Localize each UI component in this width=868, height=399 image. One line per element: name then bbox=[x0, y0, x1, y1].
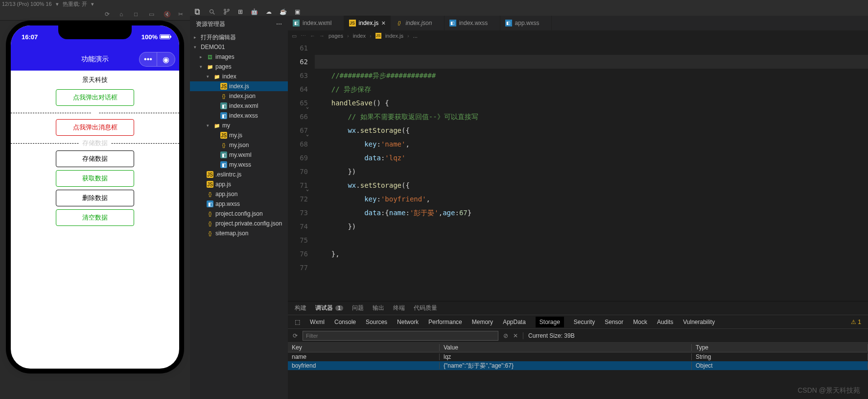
col-value[interactable]: Value bbox=[440, 344, 692, 351]
tab-index-wxss[interactable]: ◧index.wxss× bbox=[445, 16, 500, 30]
mute-icon[interactable]: 🔇 bbox=[164, 11, 170, 18]
folder-pages[interactable]: ▾📁pages bbox=[190, 62, 288, 72]
breadcrumb-item[interactable]: index.js bbox=[385, 33, 403, 39]
file-project-config[interactable]: {}project.config.json bbox=[190, 209, 288, 219]
file-index-js[interactable]: JSindex.js bbox=[190, 81, 288, 91]
tab-console[interactable]: Console bbox=[334, 319, 356, 325]
clear-button[interactable]: 清空数据 bbox=[56, 209, 134, 226]
tab-memory[interactable]: Memory bbox=[472, 319, 493, 325]
battery-percent: 100% bbox=[141, 33, 158, 41]
store-button[interactable]: 存储数据 bbox=[56, 150, 134, 167]
bot-icon[interactable]: 🤖 bbox=[251, 8, 258, 15]
tab-performance[interactable]: Performance bbox=[428, 319, 462, 325]
warning-badge[interactable]: ⚠ 1 bbox=[851, 319, 861, 325]
breadcrumb-item[interactable]: pages bbox=[328, 33, 343, 39]
svg-point-5 bbox=[224, 13, 226, 15]
inspect-icon[interactable]: ⬚ bbox=[295, 319, 300, 325]
tab-sources[interactable]: Sources bbox=[366, 319, 387, 325]
file-my-wxss[interactable]: ◧my.wxss bbox=[190, 160, 288, 170]
device-icon[interactable]: ▭ bbox=[149, 11, 156, 18]
device-selector[interactable]: 12/13 (Pro) 100% 16 bbox=[2, 1, 52, 7]
col-key[interactable]: Key bbox=[288, 344, 440, 351]
refresh-icon[interactable]: ⟳ bbox=[293, 332, 298, 339]
dialog-button[interactable]: 点我弹出对话框 bbox=[56, 89, 134, 106]
tab-build[interactable]: 构建 bbox=[295, 304, 306, 312]
tab-problems[interactable]: 问题 bbox=[352, 304, 364, 312]
tab-index-wxml[interactable]: ◧index.wxml× bbox=[288, 16, 344, 30]
files-icon[interactable] bbox=[194, 8, 201, 15]
target-icon[interactable]: ◉ bbox=[157, 52, 175, 66]
back-icon[interactable]: □ bbox=[134, 11, 141, 18]
file-app-js[interactable]: JSapp.js bbox=[190, 179, 288, 189]
tab-sensor[interactable]: Sensor bbox=[605, 319, 623, 325]
tab-storage[interactable]: Storage bbox=[536, 317, 564, 327]
tab-security[interactable]: Security bbox=[574, 319, 595, 325]
cup-icon[interactable]: ☕ bbox=[280, 8, 287, 15]
forward-icon[interactable]: → bbox=[319, 33, 325, 39]
block-icon[interactable]: ⊘ bbox=[503, 332, 508, 339]
breadcrumb-item[interactable]: index bbox=[353, 33, 366, 39]
file-my-js[interactable]: JSmy.js bbox=[190, 130, 288, 140]
back-icon[interactable]: ← bbox=[310, 33, 315, 39]
simulator-panel: ⟳ ⌂ □ ▭ 🔇 ✂ 16:07 100% 功能演示 • bbox=[0, 8, 190, 399]
close-icon[interactable]: ✕ bbox=[513, 332, 518, 339]
cloud-icon[interactable]: ☁ bbox=[266, 8, 272, 15]
refresh-icon[interactable]: ⟳ bbox=[105, 11, 112, 18]
filter-input[interactable] bbox=[303, 331, 498, 341]
message-button[interactable]: 点我弹出消息框 bbox=[56, 119, 134, 136]
cut-icon[interactable]: ✂ bbox=[178, 11, 185, 18]
tab-quality[interactable]: 代码质量 bbox=[414, 304, 437, 312]
tab-network[interactable]: Network bbox=[397, 319, 419, 325]
col-type[interactable]: Type bbox=[692, 344, 868, 351]
search-icon[interactable] bbox=[209, 8, 215, 15]
tab-app-wxss[interactable]: ◧app.wxss× bbox=[500, 16, 552, 30]
tab-index-js[interactable]: JSindex.js× bbox=[344, 16, 391, 30]
file-project-private[interactable]: {}project.private.config.json bbox=[190, 219, 288, 228]
file-index-wxss[interactable]: ◧index.wxss bbox=[190, 111, 288, 121]
folder-index[interactable]: ▾📁index bbox=[190, 72, 288, 81]
file-app-wxss[interactable]: ◧app.wxss bbox=[190, 199, 288, 209]
file-my-json[interactable]: {}my.json bbox=[190, 140, 288, 150]
file-eslintrc[interactable]: JS.eslintrc.js bbox=[190, 170, 288, 179]
breadcrumb-item[interactable]: ... bbox=[413, 33, 418, 39]
bottom-tabs-primary: 构建 调试器 1 问题 输出 终端 代码质量 bbox=[288, 301, 868, 315]
branch-icon[interactable] bbox=[223, 8, 230, 15]
tab-output[interactable]: 输出 bbox=[373, 304, 384, 312]
file-app-json[interactable]: {}app.json bbox=[190, 189, 288, 199]
open-editors[interactable]: ▸打开的编辑器 bbox=[190, 32, 288, 42]
file-sitemap[interactable]: {}sitemap.json bbox=[190, 228, 288, 238]
file-index-wxml[interactable]: ◧index.wxml bbox=[190, 101, 288, 111]
panel-icon[interactable]: ▭ bbox=[292, 33, 297, 39]
tab-terminal[interactable]: 终端 bbox=[393, 304, 405, 312]
delete-button[interactable]: 删除数据 bbox=[56, 190, 134, 206]
tab-appdata[interactable]: AppData bbox=[503, 319, 526, 325]
hot-reload-toggle[interactable]: 热重载: 开 bbox=[63, 0, 87, 8]
file-my-wxml[interactable]: ◧my.wxml bbox=[190, 150, 288, 160]
table-row[interactable]: namelqzString bbox=[288, 352, 868, 361]
ext-icon[interactable]: ⊞ bbox=[238, 8, 243, 15]
more-icon[interactable]: ••• bbox=[140, 52, 157, 66]
chevron-down-icon[interactable]: ▾ bbox=[56, 1, 59, 7]
capsule[interactable]: ••• ◉ bbox=[139, 52, 175, 67]
file-index-json[interactable]: {}index.json bbox=[190, 91, 288, 101]
tab-audits[interactable]: Audits bbox=[657, 319, 673, 325]
tab-wxml[interactable]: Wxml bbox=[310, 319, 325, 325]
folder-my[interactable]: ▾📁my bbox=[190, 121, 288, 130]
more-icon[interactable]: ⋯ bbox=[276, 21, 282, 27]
folder-images[interactable]: ▸🖼images bbox=[190, 52, 288, 62]
chevron-down-icon[interactable]: ▾ bbox=[91, 1, 94, 7]
get-button[interactable]: 获取数据 bbox=[56, 170, 134, 187]
box-icon[interactable]: ▣ bbox=[295, 8, 300, 15]
home-icon[interactable]: ⌂ bbox=[119, 11, 126, 18]
tab-index-json[interactable]: {}index.json× bbox=[391, 16, 444, 30]
code-editor[interactable]: 6162636465⌄6667⌄68697071⌄727374757677 //… bbox=[288, 41, 868, 301]
tab-vulnerability[interactable]: Vulnerability bbox=[683, 319, 715, 325]
table-row[interactable]: boyfriend{"name":"彭于晏","age":67}Object bbox=[288, 361, 868, 370]
phone-frame: 16:07 100% 功能演示 ••• ◉ 景天科技 点我弹出对话框 bbox=[11, 25, 179, 369]
tab-mock[interactable]: Mock bbox=[633, 319, 647, 325]
more-icon[interactable]: ⋯ bbox=[301, 33, 306, 39]
project-root[interactable]: ▾DEMO01 bbox=[190, 42, 288, 52]
simulator-toolbar: ⟳ ⌂ □ ▭ 🔇 ✂ bbox=[0, 8, 190, 21]
tab-debugger[interactable]: 调试器 1 bbox=[315, 304, 343, 312]
breadcrumb[interactable]: ▭ ⋯ ← → pages› index› JS index.js› ... bbox=[288, 30, 868, 41]
